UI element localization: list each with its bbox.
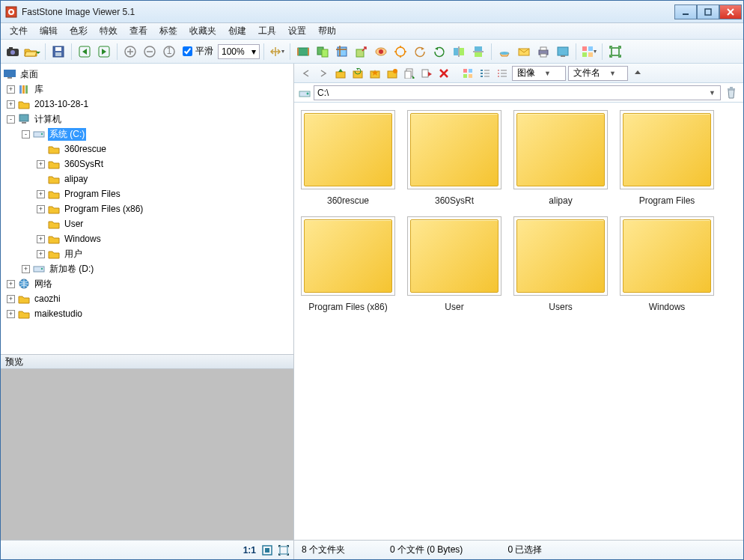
tree-item[interactable]: +新加卷 (D:) [1,261,293,276]
menu-tools[interactable]: 工具 [252,23,282,39]
fit-screen-icon[interactable] [278,545,289,556]
expand-icon[interactable]: + [37,190,45,198]
zoom-out-button[interactable] [141,43,159,61]
menu-color[interactable]: 色彩 [64,23,94,39]
nav-refresh-button[interactable] [350,66,365,81]
folder-thumbnail[interactable]: Program Files (x86) [300,216,396,312]
tree-item[interactable]: +用户 [1,246,293,261]
menu-help[interactable]: 帮助 [312,23,342,39]
fit-icon[interactable] [262,545,272,556]
minimize-button[interactable] [674,4,697,19]
folder-thumbnail[interactable]: User [406,216,502,312]
nav-copy-button[interactable] [402,66,417,81]
actual-size-button[interactable]: 1 [160,43,178,61]
nav-favorites-button[interactable] [368,66,382,81]
compare-button[interactable] [314,43,332,61]
sort-combo[interactable]: 文件名 ▼ [568,66,628,81]
view-thumbnails-button[interactable] [460,66,475,81]
nav-move-button[interactable] [419,66,434,81]
tree-item[interactable]: +alipay [1,171,293,186]
collapse-icon[interactable]: - [22,130,30,139]
folder-thumbnail[interactable]: 360SysRt [406,110,502,206]
open-button[interactable] [23,43,41,61]
menu-create[interactable]: 创建 [222,23,252,39]
expand-icon[interactable]: + [37,250,45,258]
tree-item[interactable]: -系统 (C:) [1,127,293,141]
nav-back-button[interactable] [299,66,314,81]
expand-icon[interactable]: + [7,280,15,288]
tree-item[interactable]: +360rescue [1,141,293,156]
maximize-button[interactable] [697,4,719,19]
wallpaper-button[interactable] [554,43,572,61]
menu-file[interactable]: 文件 [4,23,34,39]
zoom-combo[interactable]: 100% ▾ [218,44,260,59]
tree-item[interactable]: +网络 [1,276,293,291]
email-button[interactable] [515,43,533,61]
crop-button[interactable] [333,43,351,61]
folder-thumbnail[interactable]: Program Files [619,110,715,206]
menu-settings[interactable]: 设置 [282,23,312,39]
tree-item[interactable]: +360SysRt [1,156,293,171]
settings-button[interactable]: ▾ [580,43,598,61]
menu-edit[interactable]: 编辑 [34,23,64,39]
sort-direction-button[interactable] [630,66,645,81]
save-button[interactable] [49,43,67,61]
nav-newfolder-button[interactable] [385,66,400,81]
tree-item[interactable]: +Windows [1,231,293,246]
redeye-button[interactable] [372,43,390,61]
expand-icon[interactable]: + [7,100,15,109]
path-input[interactable] [317,87,707,99]
thumbnail-grid[interactable]: 360rescue360SysRtalipayProgram FilesProg… [294,103,743,540]
tree-item[interactable]: +Program Files [1,186,293,201]
scan-button[interactable] [496,43,513,61]
fullscreen-button[interactable] [606,43,624,61]
folder-tree[interactable]: 桌面 +库+2013-10-28-1-计算机-系统 (C:)+360rescue… [1,64,293,354]
tree-item[interactable]: +库 [1,82,293,97]
expand-icon[interactable]: + [37,235,45,243]
view-details-button[interactable] [495,66,510,81]
print-button[interactable] [534,43,552,61]
collapse-icon[interactable]: - [7,115,15,124]
forward-button[interactable] [95,43,113,61]
resize-button[interactable] [353,43,371,61]
tree-item[interactable]: +2013-10-28-1 [1,97,293,112]
acquire-button[interactable] [4,43,22,61]
tree-item[interactable]: +caozhi [1,291,293,306]
nav-delete-button[interactable] [436,66,451,81]
folder-thumbnail[interactable]: Users [513,216,609,312]
flip-h-button[interactable] [450,43,468,61]
view-type-combo[interactable]: 图像 ▼ [512,66,566,81]
zoom-in-button[interactable] [121,43,139,61]
view-list-button[interactable] [478,66,493,81]
expand-icon[interactable]: + [37,160,45,168]
rotate-right-button[interactable] [430,43,448,61]
slideshow-button[interactable] [294,43,312,61]
smooth-checkbox[interactable] [183,46,192,56]
expand-icon[interactable]: + [7,85,15,94]
nav-forward-button[interactable] [316,66,331,81]
close-button[interactable] [719,4,742,19]
expand-icon[interactable]: + [22,265,30,273]
tree-item[interactable]: +Program Files (x86) [1,201,293,216]
back-button[interactable] [76,43,94,61]
path-dropdown-button[interactable]: ▼ [707,89,717,97]
menu-tags[interactable]: 标签 [153,23,183,39]
menu-effects[interactable]: 特效 [94,23,124,39]
expand-icon[interactable]: + [37,205,45,213]
tree-item[interactable]: +User [1,216,293,231]
menu-favorites[interactable]: 收藏夹 [183,23,222,39]
pan-button[interactable]: ▾ [268,43,286,61]
folder-thumbnail[interactable]: 360rescue [300,110,396,206]
expand-icon[interactable]: + [7,310,15,318]
nav-up-button[interactable] [333,66,348,81]
menu-view[interactable]: 查看 [124,23,153,39]
tree-item[interactable]: +maikestudio [1,306,293,321]
flip-v-button[interactable] [469,43,487,61]
rotate-left-button[interactable] [411,43,429,61]
recycle-button[interactable] [724,85,739,100]
expand-icon[interactable]: + [7,295,15,303]
tree-item[interactable]: -计算机 [1,112,293,127]
tree-root[interactable]: 桌面 [1,67,293,82]
folder-thumbnail[interactable]: Windows [619,216,715,312]
folder-thumbnail[interactable]: alipay [513,110,609,206]
